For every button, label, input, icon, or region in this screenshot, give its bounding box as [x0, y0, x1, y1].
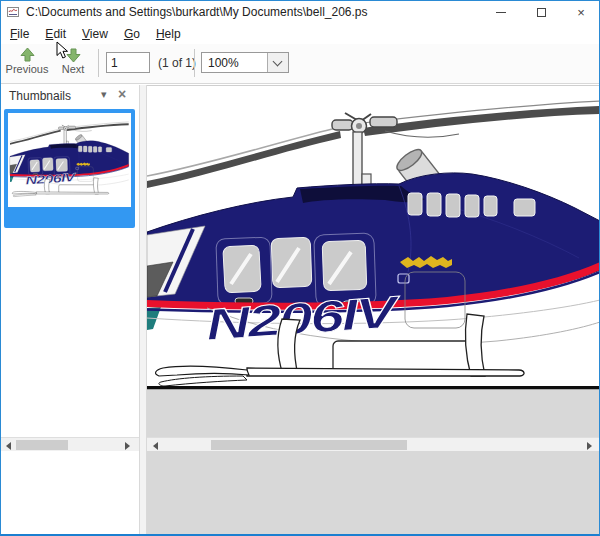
document-canvas[interactable]: N206IV — [147, 85, 600, 535]
next-label: Next — [51, 63, 95, 75]
toolbar-separator — [98, 49, 99, 77]
scroll-right-icon[interactable] — [125, 442, 130, 450]
minimize-icon — [496, 12, 506, 13]
zoom-value: 100% — [208, 56, 239, 70]
helicopter-illustration: N206IV — [147, 86, 600, 522]
scrollbar-thumb[interactable] — [211, 440, 407, 450]
window-title: C:\Documents and Settings\burkardt\My Do… — [26, 5, 368, 19]
thumbnail-item-selected[interactable] — [4, 109, 135, 228]
close-button[interactable]: × — [561, 1, 600, 23]
thumbnail-image — [8, 113, 131, 207]
close-icon: × — [577, 5, 585, 20]
scroll-left-icon[interactable] — [153, 442, 158, 450]
sidebar-title: Thumbnails — [9, 89, 71, 103]
scroll-right-icon[interactable] — [587, 442, 592, 450]
menubar: File Edit View Go Help — [1, 23, 599, 44]
chevron-down-icon — [273, 57, 283, 67]
toolbar-separator — [194, 49, 195, 77]
next-button[interactable]: Next — [51, 46, 95, 82]
arrow-up-icon — [20, 48, 35, 62]
page-bottom-edge — [147, 386, 600, 390]
page-number-input[interactable] — [106, 52, 150, 73]
scroll-left-icon[interactable] — [6, 442, 11, 450]
zoom-dropdown-button[interactable] — [267, 53, 288, 72]
menu-item-go[interactable]: Go — [123, 25, 149, 43]
sidebar-menu-caret-icon[interactable]: ▾ — [101, 88, 107, 101]
menu-item-file[interactable]: File — [9, 25, 38, 43]
sidebar-splitter[interactable] — [139, 85, 147, 535]
menu-item-help[interactable]: Help — [155, 25, 190, 43]
sidebar: Thumbnails ▾ × — [1, 85, 139, 535]
maximize-button[interactable] — [521, 1, 561, 23]
maximize-icon — [537, 8, 546, 17]
app-icon — [7, 6, 21, 18]
previous-button[interactable]: Previous — [5, 46, 49, 82]
page-count-label: (1 of 1) — [158, 56, 196, 70]
menu-item-edit[interactable]: Edit — [44, 25, 75, 43]
scrollbar-thumb[interactable] — [16, 440, 68, 450]
toolbar: Previous Next (1 of 1) 100% — [1, 44, 599, 84]
workspace-background — [147, 390, 600, 523]
minimize-button[interactable] — [481, 1, 521, 23]
zoom-select[interactable]: 100% — [201, 52, 289, 73]
arrow-down-icon — [66, 48, 81, 62]
sidebar-header: Thumbnails ▾ × — [1, 85, 139, 109]
app-window: C:\Documents and Settings\burkardt\My Do… — [0, 0, 600, 536]
sidebar-hscrollbar[interactable] — [1, 437, 139, 451]
main-hscrollbar[interactable] — [147, 437, 600, 451]
menu-item-view[interactable]: View — [81, 25, 117, 43]
sidebar-close-button[interactable]: × — [118, 86, 126, 102]
title-bar[interactable]: C:\Documents and Settings\burkardt\My Do… — [1, 1, 599, 23]
previous-label: Previous — [5, 63, 49, 75]
